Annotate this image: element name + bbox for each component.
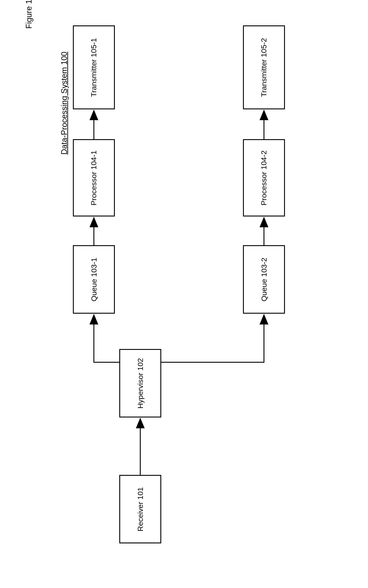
system-title-text: Data-Processing System 100 bbox=[60, 52, 69, 155]
processor1-box: Processor 104-1 bbox=[73, 139, 115, 216]
processor1-label: Processor 104-1 bbox=[90, 150, 98, 205]
transmitter2-box: Transmitter 105-2 bbox=[243, 25, 285, 109]
system-title: Data-Processing System 100 bbox=[60, 52, 69, 155]
hypervisor-label: Hypervisor 102 bbox=[136, 358, 145, 409]
transmitter1-label: Transmitter 105-1 bbox=[90, 38, 98, 97]
transmitter1-box: Transmitter 105-1 bbox=[73, 25, 115, 109]
figure-label: Figure 1 bbox=[24, 0, 34, 29]
hypervisor-box: Hypervisor 102 bbox=[119, 349, 161, 417]
queue2-box: Queue 103-2 bbox=[243, 245, 285, 314]
receiver-label: Receiver 101 bbox=[136, 487, 145, 531]
receiver-box: Receiver 101 bbox=[119, 475, 161, 543]
processor2-box: Processor 104-2 bbox=[243, 139, 285, 216]
figure-label-text: Figure 1 bbox=[24, 0, 33, 29]
processor2-label: Processor 104-2 bbox=[260, 150, 268, 205]
arrows-layer bbox=[0, 0, 368, 588]
queue1-label: Queue 103-1 bbox=[90, 257, 98, 302]
queue2-label: Queue 103-2 bbox=[260, 257, 268, 302]
transmitter2-label: Transmitter 105-2 bbox=[260, 38, 268, 97]
queue1-box: Queue 103-1 bbox=[73, 245, 115, 314]
